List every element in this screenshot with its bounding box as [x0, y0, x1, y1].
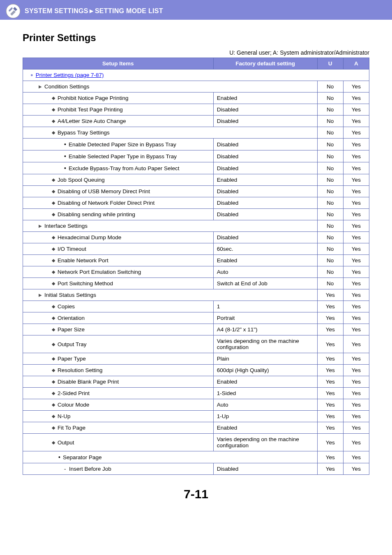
item-label: Job Spool Queuing	[58, 177, 105, 183]
settings-table: Setup Items Factory default setting U A …	[23, 58, 369, 475]
item-label: Output	[58, 439, 74, 446]
cell-factory: 60sec.	[213, 243, 317, 255]
cell-a: Yes	[343, 174, 369, 186]
item-label: Enable Network Port	[58, 257, 108, 264]
cell-a: Yes	[343, 232, 369, 243]
col-header-factory: Factory default setting	[213, 58, 317, 69]
cell-a: Yes	[343, 266, 369, 278]
breadcrumb-bar: SYSTEM SETTINGS►SETTING MODE LIST	[0, 0, 392, 20]
cell-u: Yes	[317, 335, 343, 353]
cell-a: Yes	[343, 388, 369, 399]
item-label: Fit To Page	[58, 425, 85, 431]
cell-a: Yes	[343, 376, 369, 388]
cell-a: Yes	[343, 312, 369, 324]
cell-factory: Disabled	[213, 463, 317, 475]
cell-factory: Enabled	[213, 422, 317, 434]
breadcrumb: SYSTEM SETTINGS►SETTING MODE LIST	[25, 7, 163, 15]
item-label: Colour Mode	[58, 402, 89, 408]
table-row: Enable Selected Paper Type in Bypass Tra…	[23, 150, 369, 162]
cell-a: Yes	[343, 220, 369, 232]
cell-factory: Disabled	[213, 186, 317, 197]
cell-u: No	[317, 266, 343, 278]
cell-a: Yes	[343, 139, 369, 150]
cell-u: Yes	[317, 422, 343, 434]
item-label: Disabling of Network Folder Direct Print	[58, 200, 154, 206]
cell-factory: A4 (8-1/2" x 11")	[213, 324, 317, 335]
cell-factory: Auto	[213, 266, 317, 278]
group-row: Condition Settings No Yes	[23, 81, 369, 92]
table-row: Copies1YesYes	[23, 301, 369, 312]
table-row: Colour ModeAutoYesYes	[23, 399, 369, 411]
item-label: Network Port Emulation Switching	[58, 269, 141, 275]
cell-factory: Switch at End of Job	[213, 278, 317, 289]
table-row: Exclude Bypass-Tray from Auto Paper Sele…	[23, 162, 369, 174]
cell-a: Yes	[343, 92, 369, 104]
cell-a: Yes	[343, 353, 369, 365]
cell-u: Yes	[317, 388, 343, 399]
cell-a: Yes	[343, 278, 369, 289]
cell-a: Yes	[343, 209, 369, 220]
item-label: Paper Size	[58, 326, 85, 333]
cell-factory: Portrait	[213, 312, 317, 324]
cell-factory: 1-Sided	[213, 388, 317, 399]
cell-u: Yes	[317, 324, 343, 335]
group-label: Interface Settings	[44, 223, 88, 229]
table-row: A4/Letter Size Auto ChangeDisabledNoYes	[23, 116, 369, 127]
cell-a: Yes	[343, 243, 369, 255]
item-label: Prohibit Notice Page Printing	[58, 95, 129, 101]
cell-u: No	[317, 174, 343, 186]
cell-a: Yes	[343, 197, 369, 209]
cell-factory: Enabled	[213, 92, 317, 104]
item-label: Paper Type	[58, 356, 86, 362]
table-row: Paper SizeA4 (8-1/2" x 11")YesYes	[23, 324, 369, 335]
item-label: N-Up	[58, 413, 71, 419]
table-row: Job Spool QueuingEnabledNoYes	[23, 174, 369, 186]
group-row: Interface Settings No Yes	[23, 220, 369, 232]
cell-u: Yes	[317, 365, 343, 376]
item-label: Separator Page	[63, 454, 102, 460]
cell-a: Yes	[343, 186, 369, 197]
table-row: N-Up1-UpYesYes	[23, 411, 369, 422]
table-row: Port Switching MethodSwitch at End of Jo…	[23, 278, 369, 289]
cell-factory: Disabled	[213, 209, 317, 220]
cell-a: Yes	[343, 365, 369, 376]
table-row: Bypass Tray SettingsNoYes	[23, 127, 369, 139]
col-header-setup: Setup Items	[23, 58, 214, 69]
item-label: A4/Letter Size Auto Change	[58, 118, 126, 124]
table-row: I/O Timeout60sec.NoYes	[23, 243, 369, 255]
item-label: Hexadecimal Dump Mode	[58, 234, 121, 240]
item-label: Enable Detected Paper Size in Bypass Tra…	[69, 141, 176, 148]
cell-u: Yes	[317, 463, 343, 475]
cell-factory: Disabled	[213, 139, 317, 150]
cell-factory: Disabled	[213, 162, 317, 174]
table-row: - Insert Before JobDisabledYesYes	[23, 463, 369, 475]
cell-u: No	[317, 150, 343, 162]
cell-u: Yes	[317, 301, 343, 312]
cell-factory: Disabled	[213, 232, 317, 243]
printer-settings-link[interactable]: Printer Settings (page 7-87)	[36, 72, 104, 78]
cell-a: Yes	[343, 255, 369, 266]
cell-a: Yes	[343, 127, 369, 139]
cell-u: Yes	[317, 312, 343, 324]
table-row: Paper TypePlainYesYes	[23, 353, 369, 365]
table-row: OrientationPortraitYesYes	[23, 312, 369, 324]
legend-text: U: General user; A: System administrator…	[23, 49, 369, 56]
cell-a: Yes	[343, 301, 369, 312]
item-label: Port Switching Method	[58, 280, 113, 287]
col-header-u: U	[317, 58, 343, 69]
item-label: Disabling sending while printing	[58, 211, 135, 217]
cell-factory: Auto	[213, 399, 317, 411]
cell-u: No	[317, 232, 343, 243]
table-row: Disabling of Network Folder Direct Print…	[23, 197, 369, 209]
cell-a: Yes	[343, 289, 369, 301]
cell-u: Yes	[317, 376, 343, 388]
cell-factory: Disabled	[213, 197, 317, 209]
cell-a: Yes	[343, 422, 369, 434]
cell-a: Yes	[343, 104, 369, 116]
cell-u: Yes	[317, 353, 343, 365]
item-label: Bypass Tray Settings	[58, 130, 110, 136]
cell-u: No	[317, 127, 343, 139]
table-row: Disable Blank Page PrintEnabledYesYes	[23, 376, 369, 388]
cell-factory: Disabled	[213, 116, 317, 127]
page-number: 7-11	[23, 487, 369, 501]
